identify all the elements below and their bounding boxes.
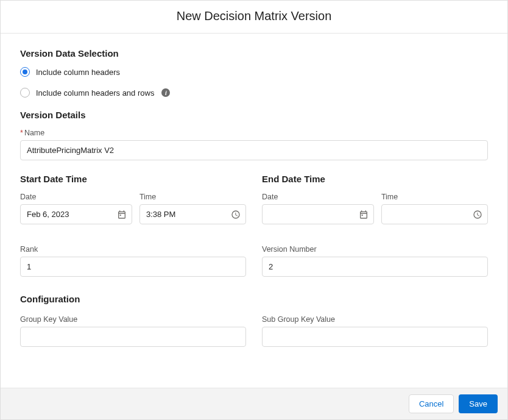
sub-group-key-value-label: Sub Group Key Value — [262, 315, 488, 324]
version-number-field: Version Number — [262, 245, 488, 277]
modal-title: New Decision Matrix Version — [1, 9, 507, 23]
sub-group-key-value-input[interactable] — [262, 327, 488, 347]
name-field: *Name — [20, 129, 488, 160]
version-number-input[interactable] — [262, 257, 488, 277]
rank-label: Rank — [20, 245, 246, 254]
end-date-label: Date — [262, 193, 374, 201]
radio-include-headers[interactable]: Include column headers — [20, 67, 488, 77]
modal-header: New Decision Matrix Version — [1, 1, 507, 34]
version-data-radio-group: Include column headers Include column he… — [20, 67, 488, 98]
end-date-time-section: End Date Time Date Time — [262, 174, 488, 224]
start-date-time-section: Start Date Time Date Time — [20, 174, 246, 224]
group-key-value-input[interactable] — [20, 327, 246, 347]
modal-footer: Cancel Save — [1, 388, 507, 419]
group-key-value-field: Group Key Value — [20, 315, 246, 347]
start-time-input[interactable] — [139, 204, 246, 224]
radio-label: Include column headers — [36, 68, 120, 77]
radio-include-headers-and-rows[interactable]: Include column headers and rows i — [20, 88, 488, 98]
radio-label: Include column headers and rows — [36, 88, 154, 98]
save-button[interactable]: Save — [459, 394, 498, 413]
name-label: *Name — [20, 129, 488, 137]
sub-group-key-value-field: Sub Group Key Value — [262, 315, 488, 347]
group-key-value-label: Group Key Value — [20, 315, 246, 324]
name-input[interactable] — [20, 140, 488, 160]
end-time-input[interactable] — [381, 204, 488, 224]
end-time-label: Time — [381, 193, 488, 201]
modal-body: Version Data Selection Include column he… — [1, 34, 507, 388]
name-label-text: Name — [24, 129, 44, 137]
required-star: * — [20, 129, 23, 137]
configuration-heading: Configuration — [20, 294, 488, 304]
radio-icon — [20, 88, 30, 98]
start-date-input[interactable] — [20, 204, 132, 224]
end-date-time-heading: End Date Time — [262, 174, 488, 184]
start-date-time-heading: Start Date Time — [20, 174, 246, 184]
version-number-label: Version Number — [262, 245, 488, 254]
version-details-heading: Version Details — [20, 110, 488, 120]
version-data-selection-heading: Version Data Selection — [20, 48, 488, 59]
start-date-label: Date — [20, 193, 132, 201]
radio-icon — [20, 67, 30, 77]
start-time-label: Time — [139, 193, 246, 201]
info-icon[interactable]: i — [161, 88, 170, 97]
rank-input[interactable] — [20, 257, 246, 277]
cancel-button[interactable]: Cancel — [409, 394, 454, 413]
new-decision-matrix-modal: New Decision Matrix Version Version Data… — [0, 0, 508, 420]
rank-field: Rank — [20, 245, 246, 277]
end-date-input[interactable] — [262, 204, 374, 224]
